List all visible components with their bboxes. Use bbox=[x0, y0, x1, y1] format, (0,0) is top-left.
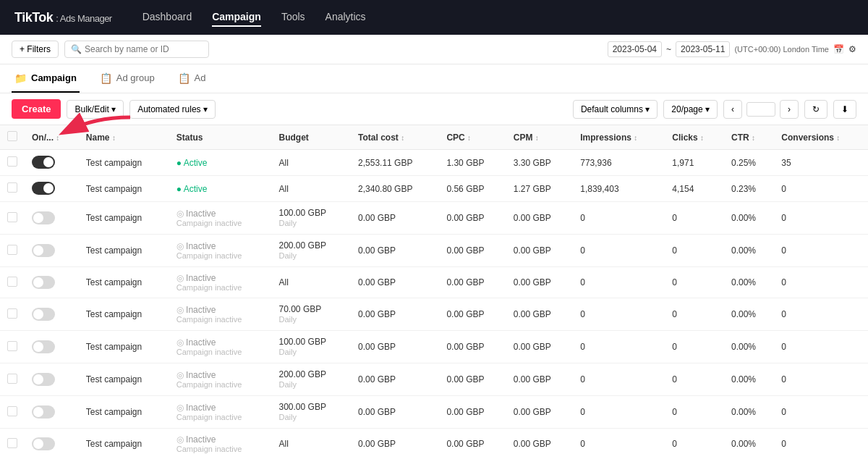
col-conversions[interactable]: Conversions ↕ bbox=[774, 125, 868, 150]
bulk-edit-button[interactable]: Bulk/Edit ▾ bbox=[67, 100, 124, 119]
date-separator: ~ bbox=[666, 44, 671, 54]
col-on-off[interactable]: On/... ↕ bbox=[25, 125, 79, 150]
row-total-cost-0: 2,553.11 GBP bbox=[351, 150, 439, 176]
row-toggle-2[interactable] bbox=[25, 202, 79, 235]
col-name[interactable]: Name ↕ bbox=[79, 125, 169, 150]
tab-adgroup-label: Ad group bbox=[116, 72, 155, 83]
nav-dashboard[interactable]: Dashboard bbox=[142, 8, 192, 27]
timezone-info: (UTC+00:00) London Time bbox=[734, 45, 829, 54]
row-checkbox-2[interactable] bbox=[0, 202, 25, 235]
row-checkbox-5[interactable] bbox=[0, 298, 25, 331]
col-total-cost[interactable]: Total cost ↕ bbox=[351, 125, 439, 150]
date-range: 2023-05-04 ~ 2023-05-11 (UTC+00:00) Lond… bbox=[608, 41, 856, 57]
col-budget[interactable]: Budget bbox=[272, 125, 352, 150]
filters-button[interactable]: + Filters bbox=[12, 41, 59, 58]
col-ctr[interactable]: CTR ↕ bbox=[724, 125, 774, 150]
row-checkbox-7[interactable] bbox=[0, 363, 25, 396]
date-start[interactable]: 2023-05-04 bbox=[608, 41, 662, 57]
download-button[interactable]: ⬇ bbox=[833, 100, 856, 119]
row-clicks-4: 0 bbox=[665, 267, 724, 298]
tab-campaign[interactable]: 📁 Campaign bbox=[12, 64, 80, 93]
row-checkbox-1[interactable] bbox=[0, 176, 25, 202]
row-conversions-0: 35 bbox=[774, 150, 868, 176]
col-cpc[interactable]: CPC ↕ bbox=[439, 125, 506, 150]
row-budget-8: 300.00 GBPDaily bbox=[272, 396, 352, 429]
row-impressions-7: 0 bbox=[573, 363, 665, 396]
page-number-input[interactable]: 1 bbox=[746, 102, 775, 117]
pagination: ‹ 1 › bbox=[723, 100, 799, 119]
row-toggle-5[interactable] bbox=[25, 298, 79, 331]
calendar-icon[interactable]: 📅 bbox=[833, 44, 844, 54]
row-checkbox-6[interactable] bbox=[0, 331, 25, 363]
search-icon: 🔍 bbox=[71, 44, 82, 54]
row-conversions-3: 0 bbox=[774, 235, 868, 267]
nav-tools[interactable]: Tools bbox=[281, 8, 305, 27]
settings-icon[interactable]: ⚙ bbox=[848, 44, 856, 54]
row-toggle-8[interactable] bbox=[25, 396, 79, 429]
row-conversions-7: 0 bbox=[774, 363, 868, 396]
next-page-button[interactable]: › bbox=[780, 100, 799, 119]
row-total-cost-9: 0.00 GBP bbox=[351, 429, 439, 455]
create-button[interactable]: Create bbox=[12, 99, 61, 119]
row-toggle-6[interactable] bbox=[25, 331, 79, 363]
row-toggle-4[interactable] bbox=[25, 267, 79, 298]
row-total-cost-1: 2,340.80 GBP bbox=[351, 176, 439, 202]
row-toggle-1[interactable] bbox=[25, 176, 79, 202]
top-nav: TikTok: Ads Manager Dashboard Campaign T… bbox=[0, 0, 868, 35]
row-ctr-2: 0.00% bbox=[724, 202, 774, 235]
row-conversions-4: 0 bbox=[774, 267, 868, 298]
nav-campaign[interactable]: Campaign bbox=[212, 8, 261, 27]
row-checkbox-3[interactable] bbox=[0, 235, 25, 267]
search-input[interactable] bbox=[85, 44, 203, 54]
row-impressions-6: 0 bbox=[573, 331, 665, 363]
row-checkbox-4[interactable] bbox=[0, 267, 25, 298]
row-name-5: Test campaign bbox=[79, 298, 169, 331]
row-status-5: ◎ Inactive Campaign inactive bbox=[169, 298, 272, 331]
row-toggle-9[interactable] bbox=[25, 429, 79, 455]
row-checkbox-9[interactable] bbox=[0, 429, 25, 455]
row-toggle-0[interactable] bbox=[25, 150, 79, 176]
search-box[interactable]: 🔍 bbox=[64, 41, 209, 58]
col-impressions[interactable]: Impressions ↕ bbox=[573, 125, 665, 150]
row-total-cost-2: 0.00 GBP bbox=[351, 202, 439, 235]
nav-analytics[interactable]: Analytics bbox=[326, 8, 366, 27]
table-row: Test campaign ◎ Inactive Campaign inacti… bbox=[0, 363, 868, 396]
row-ctr-6: 0.00% bbox=[724, 331, 774, 363]
row-name-7: Test campaign bbox=[79, 363, 169, 396]
action-bar: Create Bulk/Edit ▾ Automated rules ▾ Def… bbox=[0, 93, 868, 125]
row-checkbox-0[interactable] bbox=[0, 150, 25, 176]
table-header-row: On/... ↕ Name ↕ Status Budget Total cost… bbox=[0, 125, 868, 150]
row-toggle-7[interactable] bbox=[25, 363, 79, 396]
default-columns-button[interactable]: Default columns ▾ bbox=[573, 100, 658, 119]
row-toggle-3[interactable] bbox=[25, 235, 79, 267]
row-clicks-0: 1,971 bbox=[665, 150, 724, 176]
col-clicks[interactable]: Clicks ↕ bbox=[665, 125, 724, 150]
row-ctr-3: 0.00% bbox=[724, 235, 774, 267]
select-all-checkbox[interactable] bbox=[7, 131, 17, 141]
row-status-4: ◎ Inactive Campaign inactive bbox=[169, 267, 272, 298]
row-cpm-1: 1.27 GBP bbox=[506, 176, 573, 202]
refresh-button[interactable]: ↻ bbox=[804, 100, 827, 119]
row-cpc-9: 0.00 GBP bbox=[439, 429, 506, 455]
tab-ad[interactable]: 📋 Ad bbox=[175, 64, 209, 93]
row-impressions-9: 0 bbox=[573, 429, 665, 455]
row-checkbox-8[interactable] bbox=[0, 396, 25, 429]
row-ctr-5: 0.00% bbox=[724, 298, 774, 331]
table-row: Test campaign ◎ Inactive Campaign inacti… bbox=[0, 202, 868, 235]
prev-page-button[interactable]: ‹ bbox=[723, 100, 742, 119]
row-cpm-4: 0.00 GBP bbox=[506, 267, 573, 298]
automated-rules-button[interactable]: Automated rules ▾ bbox=[129, 100, 216, 119]
table-row: Test campaign ● Active All 2,553.11 GBP … bbox=[0, 150, 868, 176]
row-impressions-8: 0 bbox=[573, 396, 665, 429]
row-ctr-8: 0.00% bbox=[724, 396, 774, 429]
tab-adgroup[interactable]: 📋 Ad group bbox=[97, 64, 158, 93]
col-cpm[interactable]: CPM ↕ bbox=[506, 125, 573, 150]
row-cpm-8: 0.00 GBP bbox=[506, 396, 573, 429]
col-status[interactable]: Status bbox=[169, 125, 272, 150]
date-end[interactable]: 2023-05-11 bbox=[676, 41, 730, 57]
row-budget-9: All bbox=[272, 429, 352, 455]
row-total-cost-5: 0.00 GBP bbox=[351, 298, 439, 331]
per-page-button[interactable]: 20/page ▾ bbox=[663, 100, 718, 119]
row-name-6: Test campaign bbox=[79, 331, 169, 363]
row-status-8: ◎ Inactive Campaign inactive bbox=[169, 396, 272, 429]
